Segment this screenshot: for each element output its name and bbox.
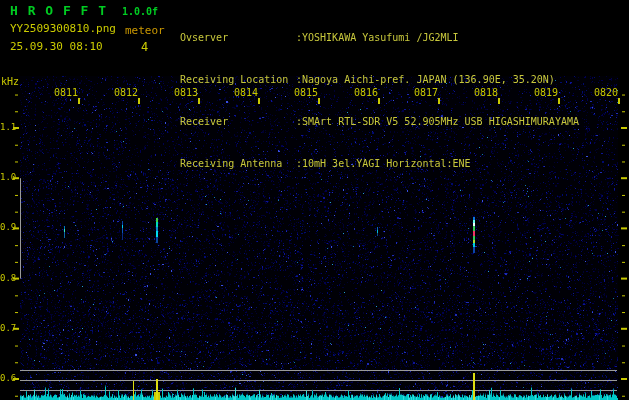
time-tick-label: 0818 [471,87,498,98]
info-value: :YOSHIKAWA Yasufumi /JG2MLI [296,32,459,43]
freq-axis-unit: kHz [1,76,19,87]
info-label: Receiving Location [180,73,296,87]
freq-tick-label: 0.7 [0,323,14,333]
meteor-count: 4 [141,40,148,54]
info-label: Receiving Antenna [180,157,296,171]
mode-label: meteor [125,24,165,37]
freq-tick-label: 0.6 [0,373,14,383]
info-value: :10mH 3el.YAGI Horizontal:ENE [296,158,471,169]
hrofft-screen: H R O F F T 1.0.0f YY2509300810.png mete… [0,0,629,400]
info-label: Receiver [180,115,296,129]
time-tick-label: 0816 [351,87,378,98]
app-title: H R O F F T [10,3,107,18]
info-value: :SMArt RTL-SDR V5 52.905MHz USB HIGASHIM… [296,116,579,127]
time-tick-label: 0813 [171,87,198,98]
freq-tick-label: 1.1 [0,122,14,132]
info-row: Receiving Location:Nagoya Aichi-pref. JA… [180,73,579,87]
time-tick-label: 0811 [51,87,78,98]
info-value: :Nagoya Aichi-pref. JAPAN (136.90E, 35.2… [296,74,555,85]
freq-tick-label: 0.8 [0,273,14,283]
info-row: Receiver:SMArt RTL-SDR V5 52.905MHz USB … [180,115,579,129]
output-filename: YY2509300810.png [10,22,116,35]
info-row: Ovserver:YOSHIKAWA Yasufumi /JG2MLI [180,31,579,45]
station-info: Ovserver:YOSHIKAWA Yasufumi /JG2MLI Rece… [180,3,579,199]
time-tick-label: 0820 [591,87,618,98]
datetime-label: 25.09.30 08:10 [10,40,103,53]
freq-tick-label: 1.0 [0,172,14,182]
time-tick-label: 0814 [231,87,258,98]
info-label: Ovserver [180,31,296,45]
time-tick-label: 0812 [111,87,138,98]
app-version: 1.0.0f [122,6,158,17]
info-row: Receiving Antenna:10mH 3el.YAGI Horizont… [180,157,579,171]
time-tick-label: 0817 [411,87,438,98]
freq-tick-label: 0.9 [0,222,14,232]
time-tick-label: 0815 [291,87,318,98]
time-tick-label: 0819 [531,87,558,98]
